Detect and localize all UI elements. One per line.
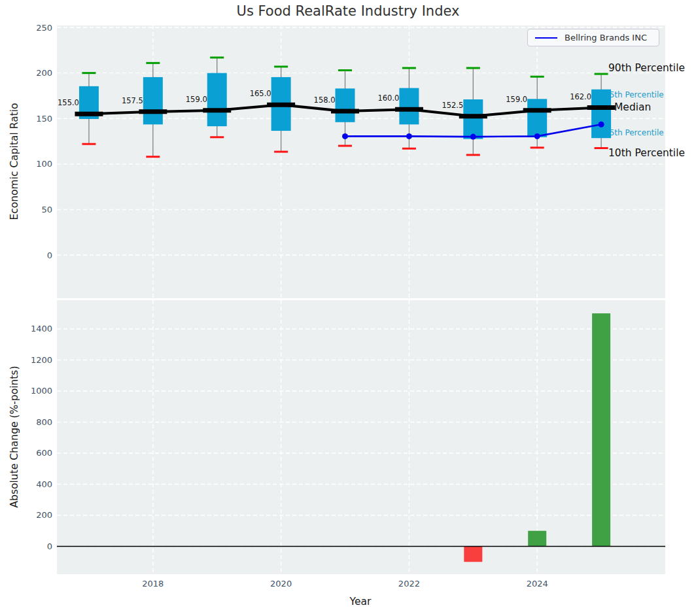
top-y-tick-label: 150 bbox=[36, 114, 52, 124]
iqr-box bbox=[143, 77, 163, 124]
bottom-y-tick-label: 200 bbox=[36, 510, 52, 520]
legend-line-sample bbox=[535, 37, 557, 39]
x-tick-label: 2024 bbox=[527, 579, 548, 589]
x-tick-label: 2022 bbox=[398, 579, 420, 589]
company-point bbox=[599, 122, 604, 128]
median-value-label: 160.0 bbox=[377, 94, 399, 103]
iqr-box bbox=[336, 88, 355, 122]
top-y-tick-label: 50 bbox=[41, 205, 52, 214]
annotation-median: Median bbox=[614, 101, 651, 113]
positive-change-bar bbox=[592, 313, 610, 546]
median-value-label: 158.0 bbox=[314, 95, 336, 105]
annotation-90th-percentile: 90th Percentile bbox=[608, 62, 685, 74]
top-plot-background bbox=[57, 26, 665, 298]
company-point bbox=[534, 133, 540, 139]
negative-change-bar bbox=[464, 546, 482, 562]
annotation-75th-percentile: 75th Percentile bbox=[604, 90, 664, 99]
top-y-tick-label: 100 bbox=[36, 159, 52, 169]
iqr-box bbox=[591, 90, 611, 138]
chart-canvas: 90th Percentile 75th Percentile Median 2… bbox=[0, 0, 696, 616]
company-point bbox=[470, 134, 476, 140]
legend-box: Bellring Brands INC bbox=[527, 29, 659, 46]
legend-label: Bellring Brands INC bbox=[565, 33, 647, 43]
company-point bbox=[406, 133, 412, 139]
bottom-y-tick-label: 600 bbox=[36, 448, 52, 458]
iqr-box bbox=[399, 88, 419, 125]
median-value-label: 162.0 bbox=[570, 92, 591, 101]
bottom-y-tick-label: 800 bbox=[36, 417, 52, 427]
x-tick-label: 2020 bbox=[270, 579, 292, 589]
bottom-y-tick-label: 1200 bbox=[31, 355, 52, 365]
x-tick-label: 2018 bbox=[142, 579, 164, 589]
iqr-box bbox=[463, 99, 483, 139]
bottom-y-tick-label: 1000 bbox=[31, 386, 52, 396]
bottom-y-tick-label: 400 bbox=[36, 479, 52, 489]
company-point bbox=[342, 133, 348, 139]
top-y-tick-label: 0 bbox=[47, 250, 52, 260]
top-y-tick-label: 250 bbox=[36, 23, 52, 33]
industry-index-figure: Us Food RealRate Industry Index Economic… bbox=[0, 0, 696, 616]
annotation-25th-percentile: 25th Percentile bbox=[604, 128, 664, 137]
median-value-label: 157.5 bbox=[122, 96, 143, 105]
top-y-tick-label: 200 bbox=[36, 68, 52, 78]
bottom-y-tick-label: 0 bbox=[47, 541, 52, 551]
iqr-box bbox=[207, 73, 227, 126]
annotation-10th-percentile: 10th Percentile bbox=[608, 147, 685, 159]
median-value-label: 155.0 bbox=[58, 98, 79, 107]
median-value-label: 159.0 bbox=[506, 95, 527, 104]
positive-change-bar bbox=[528, 531, 546, 547]
iqr-box bbox=[527, 99, 547, 137]
median-value-label: 152.5 bbox=[442, 101, 463, 110]
median-value-label: 165.0 bbox=[250, 89, 271, 98]
bottom-y-tick-label: 1400 bbox=[31, 324, 52, 334]
bottom-plot-background bbox=[57, 300, 665, 574]
median-value-label: 159.0 bbox=[186, 95, 207, 104]
